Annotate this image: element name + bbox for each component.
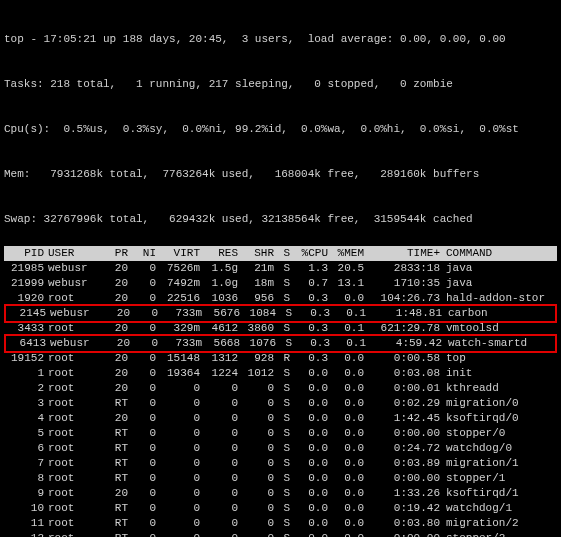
cell-res: 0 — [200, 381, 238, 396]
cell-cpu: 0.0 — [290, 486, 328, 501]
cell-user: root — [44, 366, 100, 381]
cell-user: root — [44, 321, 100, 336]
cell-ni: 0 — [128, 516, 156, 531]
cell-mem: 0.0 — [328, 381, 364, 396]
cell-virt: 0 — [156, 396, 200, 411]
cell-user: root — [44, 486, 100, 501]
table-row: 21985webusr2007526m1.5g21mS1.320.52833:1… — [4, 261, 557, 276]
cell-virt: 0 — [156, 411, 200, 426]
cell-user: root — [44, 516, 100, 531]
cell-pr: 20 — [102, 306, 130, 321]
cell-virt: 7526m — [156, 261, 200, 276]
cell-ni: 0 — [128, 381, 156, 396]
cell-time: 0:19.42 — [364, 501, 440, 516]
cell-pid: 8 — [4, 471, 44, 486]
cell-pr: 20 — [100, 381, 128, 396]
cell-user: root — [44, 426, 100, 441]
cell-pid: 10 — [4, 501, 44, 516]
cell-pid: 1920 — [4, 291, 44, 306]
cell-pr: RT — [100, 396, 128, 411]
cell-time: 0:03.89 — [364, 456, 440, 471]
cell-mem: 13.1 — [328, 276, 364, 291]
cell-pr: RT — [100, 441, 128, 456]
cell-pid: 19152 — [4, 351, 44, 366]
cell-mem: 0.1 — [330, 336, 366, 351]
cell-shr: 0 — [238, 411, 274, 426]
cell-user: root — [44, 396, 100, 411]
summary-swap: Swap: 32767996k total, 629432k used, 321… — [4, 212, 557, 227]
cell-s: S — [274, 501, 290, 516]
cell-ni: 0 — [128, 396, 156, 411]
cell-virt: 0 — [156, 501, 200, 516]
cell-cmd: top — [440, 351, 557, 366]
cell-virt: 0 — [156, 531, 200, 537]
cell-pr: RT — [100, 531, 128, 537]
cell-mem: 0.0 — [328, 411, 364, 426]
cell-shr: 1084 — [240, 306, 276, 321]
cell-pr: 20 — [100, 291, 128, 306]
col-pr: PR — [100, 246, 128, 261]
cell-mem: 20.5 — [328, 261, 364, 276]
cell-cpu: 0.0 — [290, 531, 328, 537]
cell-ni: 0 — [128, 261, 156, 276]
cell-s: S — [274, 516, 290, 531]
cell-cmd: migration/1 — [440, 456, 557, 471]
cell-user: root — [44, 381, 100, 396]
cell-s: S — [274, 291, 290, 306]
cell-cpu: 0.3 — [290, 321, 328, 336]
cell-cpu: 0.0 — [290, 471, 328, 486]
cell-res: 4612 — [200, 321, 238, 336]
cell-cmd: stopper/0 — [440, 426, 557, 441]
col-time: TIME+ — [364, 246, 440, 261]
cell-pid: 11 — [4, 516, 44, 531]
cell-res: 0 — [200, 456, 238, 471]
cell-user: root — [44, 471, 100, 486]
col-cmd: COMMAND — [440, 246, 557, 261]
cell-pid: 6 — [4, 441, 44, 456]
cell-s: S — [274, 366, 290, 381]
cell-user: webusr — [46, 336, 102, 351]
cell-time: 0:00.01 — [364, 381, 440, 396]
cell-virt: 0 — [156, 441, 200, 456]
cell-user: webusr — [44, 261, 100, 276]
cell-cpu: 1.3 — [290, 261, 328, 276]
cell-shr: 18m — [238, 276, 274, 291]
cell-shr: 0 — [238, 381, 274, 396]
cell-res: 5668 — [202, 336, 240, 351]
cell-res: 5676 — [202, 306, 240, 321]
cell-user: root — [44, 291, 100, 306]
cell-cpu: 0.0 — [290, 456, 328, 471]
cell-virt: 329m — [156, 321, 200, 336]
cell-cmd: watchdog/0 — [440, 441, 557, 456]
cell-pr: 20 — [100, 276, 128, 291]
table-row: 1920root200225161036956S0.30.0104:26.73h… — [4, 291, 557, 306]
cell-pid: 3 — [4, 396, 44, 411]
table-row: 1root2001936412241012S0.00.00:03.08init — [4, 366, 557, 381]
table-row: 9root200000S0.00.01:33.26ksoftirqd/1 — [4, 486, 557, 501]
cell-ni: 0 — [128, 276, 156, 291]
cell-s: S — [274, 486, 290, 501]
col-pid: PID — [4, 246, 44, 261]
cell-res: 1036 — [200, 291, 238, 306]
cell-pid: 7 — [4, 456, 44, 471]
process-table: PID USER PR NI VIRT RES SHR S %CPU %MEM … — [4, 246, 557, 537]
cell-res: 0 — [200, 486, 238, 501]
cell-ni: 0 — [128, 411, 156, 426]
cell-pr: 20 — [100, 321, 128, 336]
cell-time: 0:00.58 — [364, 351, 440, 366]
cell-shr: 0 — [238, 456, 274, 471]
cell-cmd: carbon — [442, 306, 555, 321]
cell-time: 621:29.78 — [364, 321, 440, 336]
cell-res: 1.5g — [200, 261, 238, 276]
cell-mem: 0.0 — [328, 351, 364, 366]
cell-time: 0:00.00 — [364, 471, 440, 486]
cell-pr: 20 — [100, 486, 128, 501]
cell-res: 1.0g — [200, 276, 238, 291]
summary-mem: Mem: 7931268k total, 7763264k used, 1680… — [4, 167, 557, 182]
cell-ni: 0 — [128, 351, 156, 366]
cell-virt: 0 — [156, 456, 200, 471]
table-row: 12rootRT0000S0.00.00:00.00stopper/2 — [4, 531, 557, 537]
table-row: 7rootRT0000S0.00.00:03.89migration/1 — [4, 456, 557, 471]
cell-cmd: migration/2 — [440, 516, 557, 531]
cell-virt: 19364 — [156, 366, 200, 381]
